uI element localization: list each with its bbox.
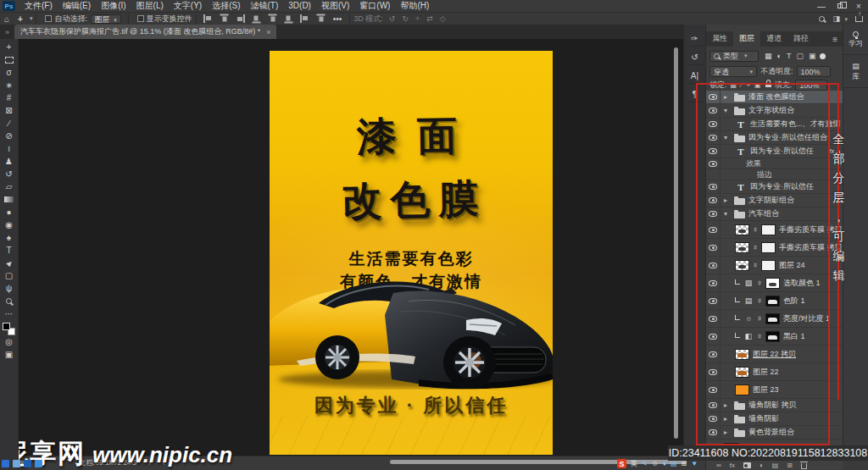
visibility-toggle[interactable] [706,292,721,309]
share-icon[interactable] [855,16,863,22]
ime-toolbox-icon[interactable]: ⊞ [682,460,687,467]
mask-thumbnail[interactable] [765,313,780,324]
minimize-button[interactable]: — [812,0,831,12]
expand-toggle[interactable]: ▸ [724,93,731,101]
move-tool-icon[interactable]: + [14,14,27,24]
pan-3d-icon[interactable]: + [415,14,420,23]
layer-name[interactable]: 因为专业·所以信任 [750,181,814,192]
fill-field[interactable]: 100% ▾ [795,80,827,91]
collapse-effects-icon[interactable]: ▴ [837,147,840,155]
expand-toggle[interactable]: ▾ [724,210,731,218]
screen-mode-button[interactable]: ▣ [2,348,17,361]
layer-name[interactable]: 文字形状组合 [748,105,794,116]
visibility-toggle[interactable] [706,104,721,117]
visibility-toggle[interactable] [706,169,721,180]
layer-thumbnail[interactable] [735,384,749,395]
visibility-toggle[interactable] [706,207,721,220]
blend-mode-dropdown[interactable]: 穿透 ▾ [709,66,757,77]
ime-emoji-icon[interactable]: ☺ [652,460,659,467]
layer-style-icon[interactable]: fx [730,462,735,469]
expand-toggle[interactable]: ▾ [724,134,731,141]
visibility-toggle[interactable] [706,328,721,345]
home-icon[interactable]: ⌂ [0,14,14,24]
layer-row[interactable]: ☼∞亮度/对比度 1 [706,310,843,328]
align-left-icon[interactable] [203,14,213,23]
layer-row[interactable]: 图层 23 [706,381,843,399]
menu-item[interactable]: 帮助(H) [395,0,434,12]
visibility-toggle[interactable] [706,194,721,207]
delete-layer-icon[interactable] [801,463,807,469]
expand-toggle[interactable]: ▸ [724,196,731,204]
mask-thumbnail[interactable] [765,331,780,342]
taskbar-app-icon[interactable] [2,460,9,467]
mask-thumbnail[interactable] [765,278,780,289]
panel-menu-icon[interactable]: ≡ [827,35,843,47]
canvas-area[interactable]: 漆面 改色膜 生活需要有色彩 有颜色、才有激情 [19,39,683,470]
color-swatches[interactable] [3,323,15,335]
layer-name[interactable]: 文字阴影组合 [748,195,794,206]
quick-mask-button[interactable]: ◎ [2,335,17,348]
layer-name[interactable]: 漆面 改色膜组合 [748,91,804,102]
character-panel-icon[interactable]: A| [687,69,704,84]
clone-stamp-tool[interactable]: ♟ [2,155,17,168]
layer-name[interactable]: 因为专业·所以信任 [750,146,814,157]
layer-row[interactable]: T因为专业·所以信任fx▴ [706,145,843,158]
layer-name[interactable]: 手撕劣质车膜 拷贝 [779,242,843,253]
layer-thumbnail[interactable] [735,224,749,235]
brush-tool[interactable]: ≀ [2,142,17,155]
layer-row[interactable]: ▸文字阴影组合 [706,194,843,207]
vertical-scrollbar[interactable] [674,47,678,439]
layer-row[interactable]: 图层 22 [706,363,843,381]
layer-name[interactable]: 因为专业·所以信任组合 [748,132,827,143]
layer-name[interactable]: 手撕劣质车膜 拷贝 2 [779,224,843,235]
layer-name[interactable]: 图层 24 [779,260,805,271]
layer-row[interactable]: ▤∞色阶 1 [706,292,843,310]
distribute-h-icon[interactable] [300,14,309,23]
menu-item[interactable]: 窗口(W) [354,0,395,12]
align-middle-icon[interactable] [268,14,276,24]
layer-thumbnail[interactable] [735,367,749,378]
visibility-toggle[interactable] [706,412,721,425]
taskbar-app-icon[interactable] [13,460,20,467]
brush-settings-panel-icon[interactable]: ✑ [687,31,704,47]
healing-brush-tool[interactable]: ⊘ [2,130,17,142]
ps-logo-icon[interactable]: Ps [3,1,15,11]
history-panel-icon[interactable]: ↺ [687,50,704,65]
layer-name[interactable]: 墙角阴影 [748,413,779,424]
frame-tool[interactable]: ⊠ [2,104,17,117]
visibility-toggle[interactable] [706,91,721,103]
ime-skin-icon[interactable]: ▼ [691,460,698,467]
dropdown-caret-icon[interactable]: ▾ [30,15,33,22]
visibility-toggle[interactable] [706,221,721,238]
layer-row[interactable]: ∞图层 24 [706,257,843,274]
layer-row[interactable]: ▸漆面 改色膜组合 [706,91,843,104]
lock-paint-icon[interactable]: ∕ [741,81,742,89]
layer-name[interactable]: 汽车组合 [748,208,779,219]
more-tools[interactable]: ⋯ [2,307,17,320]
more-options-icon[interactable]: ••• [329,14,347,24]
layer-row[interactable]: ▧∞选取颜色 1 [706,274,843,292]
visibility-toggle[interactable] [706,131,721,144]
layer-row[interactable]: ▾因为专业·所以信任组合 [706,131,843,145]
poster-document[interactable]: 漆面 改色膜 生活需要有色彩 有颜色、才有激情 [270,51,553,455]
distribute-v-icon[interactable] [316,14,325,24]
layer-row[interactable]: 图层 22 拷贝 [706,346,843,363]
filter-kind-dropdown[interactable]: 类型 ▾ [709,51,759,62]
panel-tab-通道[interactable]: 通道 [760,30,787,47]
sogou-icon[interactable]: S [617,459,626,468]
mask-thumbnail[interactable] [765,296,780,307]
taskbar-app-icon[interactable] [24,460,31,467]
restore-button[interactable] [831,0,849,12]
layer-row[interactable]: ∞手撕劣质车膜 拷贝 [706,239,843,257]
menu-item[interactable]: 图像(I) [96,0,131,12]
layer-name[interactable]: 效果 [746,158,761,169]
visibility-toggle[interactable] [706,426,721,439]
layer-mask-icon[interactable] [743,462,751,468]
menu-item[interactable]: 视图(V) [316,0,354,12]
menu-item[interactable]: 图层(L) [131,0,169,12]
align-right-icon[interactable] [236,14,245,23]
layer-row[interactable]: ▸墙角阴影 [706,412,843,426]
panel-tab-图层[interactable]: 图层 [733,30,760,47]
pixel-filter-icon[interactable]: ▦ [765,52,772,60]
crop-tool[interactable]: # [2,91,17,104]
